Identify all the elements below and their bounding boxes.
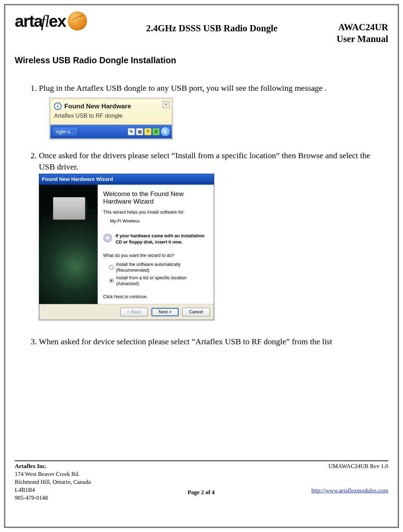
doc-title-center: 2.4GHz DSSS USB Radio Dongle <box>111 11 313 34</box>
help-icon[interactable]: ? <box>144 128 151 135</box>
cd-icon <box>103 234 112 242</box>
wizard-titlebar: Found New Hardware Wizard <box>39 174 214 184</box>
close-icon[interactable]: × <box>163 101 170 108</box>
back-button: < Back <box>120 308 148 316</box>
brand-logo: artaflex <box>15 11 104 31</box>
wizard-device-name: My-Fi Wireless <box>103 218 208 224</box>
usb-icon[interactable]: ⇵ <box>153 128 160 135</box>
brand-part-arta: arta <box>15 12 42 31</box>
footer-revision: UMAWAC24UR Rev 1.0 <box>311 463 388 470</box>
doc-type: User Manual <box>319 33 388 45</box>
step-2-text: Once asked for the drivers please select… <box>39 151 370 171</box>
footer-addr2: Richmond Hill, Ontario, Canada <box>15 478 91 486</box>
wizard-click-next-text: Click Next to continue. <box>103 294 208 300</box>
step-3-text: When asked for device selection please s… <box>39 337 332 346</box>
install-steps: Plug in the Artaflex USB dongle to any U… <box>15 83 388 347</box>
tray-collapse-icon[interactable]: ‹ <box>161 127 170 136</box>
system-tray: ✎ ▣ ? ⇵ ‹ <box>128 127 170 136</box>
footer-url[interactable]: http://www.artaflexmodules.com <box>311 487 388 495</box>
radio-install-list[interactable]: Install from a list or specific location… <box>103 275 208 287</box>
wizard-helps-text: This wizard helps you install software f… <box>103 209 208 215</box>
taskbar-app[interactable]: ngle-s... <box>52 127 78 137</box>
next-button[interactable]: Next > <box>151 308 179 316</box>
wizard-question: What do you want the wizard to do? <box>103 252 208 259</box>
footer-phone: 905-479-0148 <box>15 494 91 502</box>
monitor-icon[interactable]: ▣ <box>136 128 143 135</box>
footer-postal: L4B1B4 <box>15 486 91 494</box>
page-footer: Artaflex Inc. 174 West Beaver Creek Rd. … <box>15 461 388 502</box>
pen-icon[interactable]: ✎ <box>128 128 135 135</box>
radio-icon <box>109 279 114 283</box>
wizard-cd-note: If your hardware came with an installati… <box>116 233 208 245</box>
step-1: Plug in the Artaflex USB dongle to any U… <box>39 83 388 140</box>
radio-auto-label: Install the software automatically (Reco… <box>116 261 208 273</box>
hardware-wizard: Found New Hardware Wizard Welcome to the… <box>39 174 214 320</box>
page-header: artaflex 2.4GHz DSSS USB Radio Dongle AW… <box>15 11 388 45</box>
radio-install-auto[interactable]: Install the software automatically (Reco… <box>103 261 208 273</box>
wizard-heading: Welcome to the Found New Hardware Wizard <box>103 190 208 206</box>
radio-icon <box>109 265 113 270</box>
radio-list-label: Install from a list or specific location… <box>116 275 208 287</box>
section-title: Wireless USB Radio Dongle Installation <box>15 55 388 65</box>
step-3: When asked for device selection please s… <box>39 336 388 347</box>
brand-part-ex: ex <box>49 12 66 31</box>
brand-part-fl: fl <box>41 12 49 31</box>
footer-addr1: 174 West Beaver Creek Rd. <box>15 470 91 478</box>
model-number: AWAC24UR <box>319 22 388 33</box>
balloon-title-text: Found New Hardware <box>64 102 131 111</box>
found-hardware-balloon: × i Found New Hardware Artaflex USB to R… <box>49 98 173 140</box>
footer-company: Artaflex Inc. <box>15 463 91 470</box>
globe-icon <box>68 11 87 31</box>
wizard-side-image <box>39 185 98 304</box>
cancel-button[interactable]: Cancel <box>182 308 210 316</box>
footer-page-number: Page 2 of 4 <box>187 489 215 502</box>
step-1-text: Plug in the Artaflex USB dongle to any U… <box>39 84 327 93</box>
step-2: Once asked for the drivers please select… <box>39 150 388 320</box>
info-icon: i <box>54 102 62 110</box>
balloon-subtext: Artaflex USB to RF dongle <box>54 112 168 120</box>
taskbar: ngle-s... ✎ ▣ ? ⇵ ‹ <box>50 125 172 139</box>
